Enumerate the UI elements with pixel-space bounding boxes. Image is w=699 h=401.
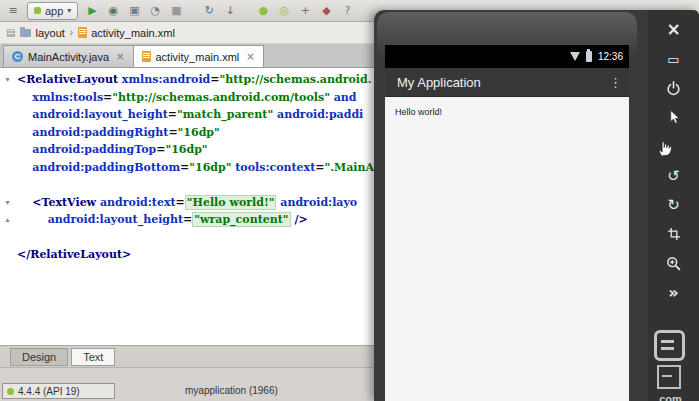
process-label: myapplication (1966) [185, 385, 278, 396]
clock-label: 12:36 [598, 51, 623, 62]
editor-gutter: ▾▾▴ [0, 71, 15, 264]
fold-marker[interactable]: ▾ [0, 194, 15, 212]
attach-debugger-button[interactable]: ◆ [318, 3, 334, 19]
fold-marker [0, 89, 15, 107]
status-bar: 4.4.4 (API 19) myapplication (1966) [0, 367, 375, 401]
code-line[interactable]: </RelativeLayout> [17, 246, 374, 264]
fold-marker[interactable]: ▾ [0, 71, 15, 89]
emulator-pointer-button[interactable] [661, 106, 687, 128]
help-button[interactable]: ? [339, 3, 355, 19]
power-icon [665, 80, 682, 97]
close-icon[interactable]: × [116, 51, 124, 62]
watermark-glyph [657, 365, 681, 389]
class-icon: C [12, 51, 23, 62]
breadcrumb: ▤ layout › activity_main.xml [0, 22, 375, 44]
code-line[interactable]: android:paddingTop="16dp" [17, 141, 374, 159]
app-action-bar: My Application ⋮ [385, 68, 629, 97]
run-config-dropdown[interactable]: app ▾ [27, 2, 78, 20]
fold-marker [0, 229, 15, 247]
folder-icon [20, 29, 31, 37]
overflow-menu-icon[interactable]: ⋮ [609, 68, 622, 96]
fold-marker [0, 141, 15, 159]
emulator-rotate-right-button[interactable]: ↻ [661, 194, 687, 216]
watermark: .com [641, 330, 697, 401]
device-selector[interactable]: 4.4.4 (API 19) [2, 383, 115, 399]
fold-marker [0, 124, 15, 142]
tab-design[interactable]: Design [10, 348, 68, 366]
battery-icon [586, 51, 592, 62]
hand-cursor-icon [656, 138, 675, 161]
app-module-icon [34, 7, 41, 14]
breadcrumb-item-layout[interactable]: layout [20, 27, 64, 39]
tab-label: MainActivity.java [28, 51, 109, 63]
code-editor[interactable]: ▾▾▴ <RelativeLayout xmlns:android="http:… [0, 68, 375, 345]
code-line[interactable]: android:paddingBottom="16dp" tools:conte… [17, 159, 374, 177]
emulator-close-button[interactable]: × [661, 17, 687, 41]
xml-file-icon [142, 51, 151, 62]
emulator-rotate-left-button[interactable]: ↺ [661, 165, 687, 187]
watermark-text: .com [656, 393, 682, 401]
wifi-icon [570, 52, 580, 61]
code-area: <RelativeLayout xmlns:android="http://sc… [17, 71, 374, 264]
vcs-checkout-button[interactable]: ↓ [222, 3, 238, 19]
sync-project-button[interactable]: ↻ [201, 3, 217, 19]
pointer-arrow-icon [666, 109, 682, 125]
emulator-zoom-button[interactable] [661, 252, 687, 274]
editor-mode-tabs: Design Text [0, 345, 375, 367]
window-menu-icon[interactable]: ≡ [5, 3, 21, 19]
code-line[interactable]: android:layout_height="wrap_content" /> [17, 211, 374, 229]
code-line[interactable]: android:paddingRight="16dp" [17, 124, 374, 142]
coverage-button[interactable]: ▣ [126, 3, 142, 19]
run-button[interactable]: ▶ [84, 3, 100, 19]
emulator-more-button[interactable]: » [661, 281, 687, 303]
emulator-minimize-button[interactable]: ▭ [661, 48, 687, 70]
fold-marker [0, 246, 15, 264]
hello-world-text: Hello world! [385, 97, 629, 117]
tab-activity-main-xml[interactable]: activity_main.xml × [133, 45, 264, 67]
android-device-icon [7, 388, 14, 395]
emulator-fit-window-button[interactable] [661, 223, 687, 245]
code-line[interactable]: <RelativeLayout xmlns:android="http://sc… [17, 71, 374, 89]
fold-marker[interactable]: ▴ [0, 211, 15, 229]
fold-marker [0, 159, 15, 177]
zoom-in-icon [665, 255, 682, 272]
code-line[interactable]: android:layout_height="match_parent" and… [17, 106, 374, 124]
code-line[interactable] [17, 176, 374, 194]
run-config-label: app [45, 5, 63, 17]
tab-mainactivity-java[interactable]: C MainActivity.java × [3, 45, 134, 67]
profiler-button[interactable]: ◔ [147, 3, 163, 19]
sdk-manager-button[interactable]: ◎ [276, 3, 292, 19]
stop-button[interactable]: ■ [168, 3, 184, 19]
app-title: My Application [397, 75, 481, 90]
fold-marker [0, 106, 15, 124]
editor-tab-bar: C MainActivity.java × activity_main.xml … [0, 44, 375, 68]
tool-window-icon[interactable]: ▤ [6, 27, 15, 38]
chevron-right-icon: › [70, 27, 73, 38]
xml-file-icon [78, 27, 87, 38]
close-icon[interactable]: × [246, 51, 254, 62]
android-studio-screen: ≡ app ▾ ▶◉▣◔■↻↓●◎+◆? ▤ layout › activity… [0, 0, 699, 401]
watermark-logo [654, 330, 685, 361]
phone-status-bar: 12:36 [385, 45, 629, 68]
phone-screen[interactable]: 12:36 My Application ⋮ Hello world! [385, 45, 629, 401]
code-line[interactable] [17, 229, 374, 247]
fold-marker [0, 176, 15, 194]
avd-manager-button[interactable]: ● [255, 3, 271, 19]
settings-button[interactable]: + [297, 3, 313, 19]
code-line[interactable]: xmlns:tools="http://schemas.android.com/… [17, 89, 374, 107]
toolbar-icon-group: ▶◉▣◔■↻↓●◎+◆? [84, 3, 355, 19]
chevron-down-icon: ▾ [67, 6, 71, 15]
debug-button[interactable]: ◉ [105, 3, 121, 19]
code-line[interactable]: <TextView android:text="Hello world!" an… [17, 194, 374, 212]
crop-icon [666, 226, 682, 242]
breadcrumb-item-file[interactable]: activity_main.xml [78, 27, 175, 39]
tab-text[interactable]: Text [71, 348, 115, 366]
emulator-power-button[interactable] [661, 77, 687, 99]
device-label: 4.4.4 (API 19) [18, 386, 80, 397]
tab-label: activity_main.xml [156, 51, 240, 63]
